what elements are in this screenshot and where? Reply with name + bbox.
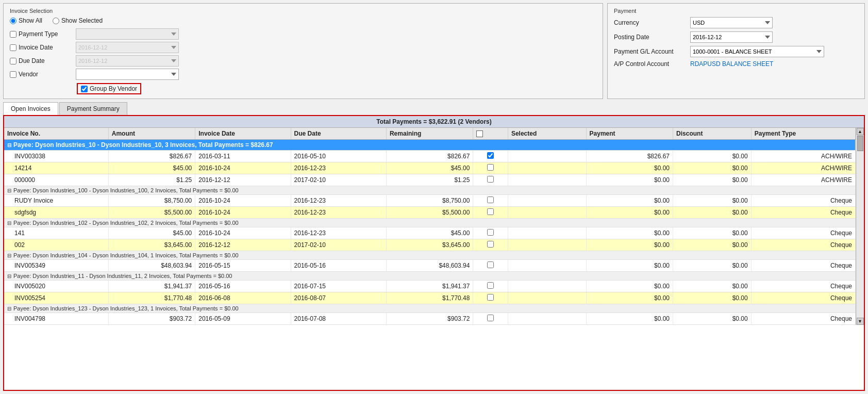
payment-type-cell: Cheque bbox=[751, 281, 855, 292]
row-checkbox[interactable] bbox=[487, 282, 494, 289]
col-header-invoice-no: Invoice No. bbox=[4, 128, 108, 140]
amount-cell: $3,645.00 bbox=[108, 239, 195, 251]
due-date-checkbox[interactable] bbox=[10, 58, 16, 64]
invoice-selection-title: Invoice Selection bbox=[10, 8, 596, 14]
payee-group-row: ⊟Payee: Dyson Industries_10 - Dyson Indu… bbox=[4, 140, 856, 151]
remaining-cell: $45.00 bbox=[386, 227, 473, 239]
remaining-cell: $1,941.37 bbox=[386, 281, 473, 292]
remaining-cell: $45.00 bbox=[386, 162, 473, 174]
amount-cell: $1,941.37 bbox=[108, 281, 195, 292]
amount-cell: $1,770.48 bbox=[108, 292, 195, 304]
invoice-date-select[interactable]: 2016-12-12 bbox=[76, 42, 179, 53]
due-date-cell: 2017-02-10 bbox=[291, 174, 386, 186]
group-by-vendor-checkbox[interactable] bbox=[81, 86, 88, 92]
row-checkbox[interactable] bbox=[487, 196, 494, 203]
scroll-thumb[interactable] bbox=[857, 136, 863, 151]
selected-cell bbox=[508, 281, 586, 292]
row-checkbox[interactable] bbox=[487, 229, 494, 236]
row-checkbox[interactable] bbox=[487, 261, 494, 268]
vendor-select[interactable] bbox=[76, 69, 179, 80]
remaining-cell: $8,750.00 bbox=[386, 195, 473, 207]
payment-type-filter-label: Payment Type bbox=[10, 30, 72, 38]
invoice-date-checkbox[interactable] bbox=[10, 44, 16, 51]
payee-group-row: ⊟Payee: Dyson Industries_102 - Dyson Ind… bbox=[4, 219, 856, 227]
select-checkbox-cell[interactable] bbox=[473, 207, 508, 219]
show-selected-radio[interactable]: Show Selected bbox=[53, 17, 103, 24]
row-checkbox[interactable] bbox=[487, 176, 494, 183]
due-date-select[interactable]: 2016-12-12 bbox=[76, 55, 179, 67]
select-checkbox-cell[interactable] bbox=[473, 174, 508, 186]
select-checkbox-cell[interactable] bbox=[473, 239, 508, 251]
payment-type-cell: Cheque bbox=[751, 260, 855, 272]
row-checkbox[interactable] bbox=[487, 164, 494, 171]
row-checkbox[interactable] bbox=[487, 241, 494, 248]
table-row: INV005254$1,770.482016-06-082016-08-07$1… bbox=[4, 292, 856, 304]
expand-icon[interactable]: ⊟ bbox=[7, 306, 11, 311]
invoice-no-cell: INV005349 bbox=[4, 260, 108, 272]
invoice-no-cell: 14214 bbox=[4, 162, 108, 174]
expand-icon[interactable]: ⊟ bbox=[7, 188, 11, 193]
tab-open-invoices[interactable]: Open Invoices bbox=[3, 102, 58, 115]
payment-type-cell: Cheque bbox=[751, 227, 855, 239]
currency-select[interactable]: USD bbox=[690, 17, 773, 28]
select-checkbox-cell[interactable] bbox=[473, 227, 508, 239]
discount-cell: $0.00 bbox=[673, 207, 752, 219]
select-checkbox-cell[interactable] bbox=[473, 281, 508, 292]
amount-cell: $8,750.00 bbox=[108, 195, 195, 207]
remaining-cell: $48,603.94 bbox=[386, 260, 473, 272]
amount-cell: $826.67 bbox=[108, 151, 195, 162]
remaining-cell: $1,770.48 bbox=[386, 292, 473, 304]
selected-cell bbox=[508, 207, 586, 219]
select-checkbox-cell[interactable] bbox=[473, 313, 508, 325]
invoice-date-filter-label: Invoice Date bbox=[10, 44, 72, 51]
select-checkbox-cell[interactable] bbox=[473, 260, 508, 272]
row-checkbox[interactable] bbox=[487, 208, 494, 215]
expand-icon[interactable]: ⊟ bbox=[7, 253, 11, 258]
header-checkbox-icon[interactable] bbox=[476, 130, 483, 137]
select-checkbox-cell[interactable] bbox=[473, 162, 508, 174]
remaining-cell: $826.67 bbox=[386, 151, 473, 162]
due-date-cell: 2016-12-23 bbox=[291, 207, 386, 219]
select-checkbox-cell[interactable] bbox=[473, 292, 508, 304]
show-all-radio[interactable]: Show All bbox=[10, 17, 42, 24]
payment-type-checkbox[interactable] bbox=[10, 31, 16, 38]
discount-cell: $0.00 bbox=[673, 195, 752, 207]
due-date-cell: 2016-05-10 bbox=[291, 151, 386, 162]
selected-cell bbox=[508, 227, 586, 239]
vendor-checkbox[interactable] bbox=[10, 71, 16, 78]
tab-payment-summary[interactable]: Payment Summary bbox=[59, 102, 127, 115]
due-date-cell: 2016-08-07 bbox=[291, 292, 386, 304]
row-checkbox[interactable] bbox=[487, 315, 494, 321]
payment-cell: $826.67 bbox=[586, 151, 673, 162]
expand-icon[interactable]: ⊟ bbox=[7, 220, 11, 226]
ap-control-label: A/P Control Account bbox=[614, 60, 686, 68]
posting-date-select[interactable]: 2016-12-12 bbox=[690, 31, 773, 43]
table-row: INV004798$903.722016-05-092016-07-08$903… bbox=[4, 313, 856, 325]
scroll-up-arrow[interactable]: ▲ bbox=[857, 128, 864, 135]
gl-account-select[interactable]: 1000-0001 - BALANCE SHEET bbox=[690, 46, 824, 57]
discount-cell: $0.00 bbox=[673, 227, 752, 239]
discount-cell: $0.00 bbox=[673, 174, 752, 186]
group-by-vendor-label[interactable]: Group By Vendor bbox=[77, 83, 141, 94]
payment-type-select[interactable] bbox=[76, 28, 179, 40]
expand-icon[interactable]: ⊟ bbox=[7, 142, 11, 148]
invoice-no-cell: sdgfsdg bbox=[4, 207, 108, 219]
row-checkbox[interactable] bbox=[487, 294, 494, 301]
expand-icon[interactable]: ⊟ bbox=[7, 273, 11, 279]
selected-cell bbox=[508, 292, 586, 304]
col-header-selected: Selected bbox=[508, 128, 586, 140]
remaining-cell: $3,645.00 bbox=[386, 239, 473, 251]
select-checkbox-cell[interactable] bbox=[473, 151, 508, 162]
vendor-filter-label: Vendor bbox=[10, 71, 72, 78]
discount-cell: $0.00 bbox=[673, 260, 752, 272]
payment-cell: $0.00 bbox=[586, 207, 673, 219]
scroll-down-arrow[interactable]: ▼ bbox=[857, 318, 864, 325]
row-checkbox[interactable] bbox=[487, 152, 494, 159]
discount-cell: $0.00 bbox=[673, 162, 752, 174]
table-row: 14214$45.002016-10-242016-12-23$45.00$0.… bbox=[4, 162, 856, 174]
due-date-cell: 2017-02-10 bbox=[291, 239, 386, 251]
select-checkbox-cell[interactable] bbox=[473, 195, 508, 207]
payment-type-cell: Cheque bbox=[751, 207, 855, 219]
selected-cell bbox=[508, 260, 586, 272]
ap-control-link[interactable]: RDAPUSD BALANCE SHEET bbox=[690, 60, 773, 68]
